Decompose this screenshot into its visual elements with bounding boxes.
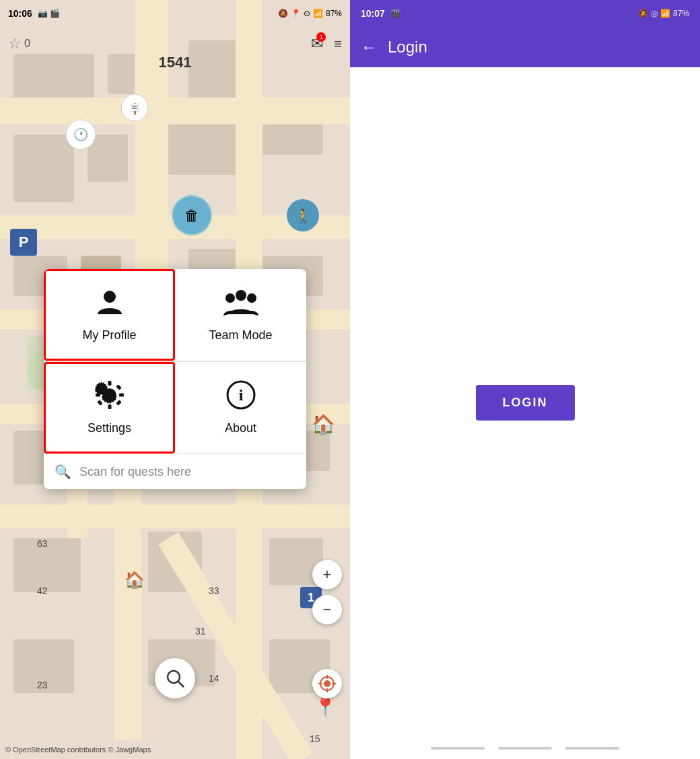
svg-point-52 bbox=[225, 293, 235, 303]
mail-badge: 1 bbox=[316, 32, 326, 42]
popup-grid-row2: Settings i About bbox=[44, 361, 306, 454]
settings-item[interactable]: Settings bbox=[44, 362, 175, 454]
svg-text:🗑: 🗑 bbox=[184, 207, 199, 224]
svg-point-69 bbox=[324, 680, 330, 687]
nav-indicator-2 bbox=[498, 747, 552, 750]
wireless-icon: ⊙ bbox=[304, 9, 310, 18]
my-profile-label: My Profile bbox=[82, 328, 136, 342]
cam-icon-right: 🎬 bbox=[390, 9, 400, 18]
bottom-nav bbox=[350, 737, 700, 759]
login-content: LOGIN bbox=[350, 67, 700, 737]
search-fab[interactable] bbox=[155, 658, 195, 698]
map-id: 1541 bbox=[159, 54, 192, 71]
svg-rect-58 bbox=[108, 404, 111, 409]
mute-icon: 🔕 bbox=[278, 9, 288, 18]
svg-rect-62 bbox=[116, 400, 121, 405]
svg-rect-21 bbox=[0, 505, 350, 528]
svg-point-53 bbox=[247, 293, 256, 303]
svg-line-68 bbox=[178, 681, 184, 687]
mail-button[interactable]: ✉ 1 bbox=[311, 35, 323, 52]
svg-text:P: P bbox=[19, 233, 29, 250]
svg-text:🚶: 🚶 bbox=[295, 208, 312, 224]
svg-text:🪧: 🪧 bbox=[128, 102, 141, 115]
left-panel: 🕐 P 🗑 🚶 🪧 🏠 🏠 📍 63 42 33 31 23 14 15 bbox=[0, 0, 350, 759]
about-label: About bbox=[225, 421, 256, 435]
svg-point-51 bbox=[236, 290, 246, 301]
map-controls: + − bbox=[312, 560, 342, 624]
location-icon-status: 📍 bbox=[291, 9, 301, 18]
mute-icon-right: 🔕 bbox=[638, 9, 648, 18]
map-label-63: 63 bbox=[37, 538, 48, 549]
time-left: 10:06 bbox=[8, 8, 32, 19]
svg-rect-8 bbox=[0, 98, 350, 124]
svg-point-56 bbox=[106, 392, 113, 398]
map-label-15: 15 bbox=[310, 733, 320, 744]
svg-rect-59 bbox=[96, 394, 100, 397]
map-label-14: 14 bbox=[209, 673, 219, 684]
team-mode-icon bbox=[223, 287, 258, 323]
signal-icon-right: 📶 bbox=[660, 9, 670, 18]
status-bar-right: 10:07 🎬 🔕 ◎ 📶 87% bbox=[350, 0, 700, 27]
map-label-23: 23 bbox=[37, 680, 48, 690]
status-bar-left: 10:06 📷 🎬 🔕 📍 ⊙ 📶 87% bbox=[0, 0, 350, 27]
quest-search[interactable]: 🔍 Scan for quests here bbox=[44, 454, 306, 489]
settings-icon bbox=[95, 380, 125, 416]
map-label-33: 33 bbox=[209, 585, 219, 596]
settings-label: Settings bbox=[88, 421, 131, 435]
location-button[interactable] bbox=[312, 669, 342, 698]
search-placeholder: Scan for quests here bbox=[79, 465, 191, 479]
map-label-31: 31 bbox=[195, 626, 206, 637]
signal-icon: 📶 bbox=[313, 9, 323, 18]
about-icon: i bbox=[226, 380, 256, 416]
nav-indicator-3 bbox=[565, 747, 619, 750]
svg-rect-63 bbox=[97, 400, 102, 405]
nav-indicator-1 bbox=[431, 747, 485, 750]
wifi-icon-right: ◎ bbox=[651, 9, 658, 18]
svg-text:🏠: 🏠 bbox=[125, 570, 145, 589]
media-icons-left: 📷 🎬 bbox=[38, 9, 60, 18]
battery-left: 87% bbox=[326, 9, 342, 18]
my-profile-item[interactable]: My Profile bbox=[44, 269, 175, 361]
about-item[interactable]: i About bbox=[175, 362, 306, 454]
search-icon: 🔍 bbox=[55, 464, 71, 480]
status-right-left: 🔕 📍 ⊙ 📶 87% bbox=[278, 9, 342, 18]
svg-point-50 bbox=[104, 291, 116, 303]
my-profile-icon bbox=[95, 287, 125, 323]
top-bar-left: ☆ 0 1541 ✉ 1 ≡ bbox=[0, 27, 350, 61]
time-right: 10:07 bbox=[361, 8, 385, 19]
status-icons-right: 🔕 ◎ 📶 87% bbox=[638, 9, 689, 18]
map-copyright: © OpenStreetMap contributors © JawgMaps bbox=[5, 746, 151, 754]
login-button[interactable]: LOGIN bbox=[476, 385, 575, 421]
battery-right: 87% bbox=[673, 9, 689, 18]
screen-title: Login bbox=[388, 38, 427, 57]
zoom-in-button[interactable]: + bbox=[312, 560, 342, 589]
menu-button[interactable]: ≡ bbox=[334, 36, 342, 52]
back-button[interactable]: ← bbox=[361, 38, 377, 57]
svg-text:i: i bbox=[238, 386, 243, 404]
svg-rect-57 bbox=[108, 381, 111, 386]
svg-text:🏠: 🏠 bbox=[312, 413, 335, 435]
app-bar-right: ← Login bbox=[350, 27, 700, 67]
svg-rect-60 bbox=[119, 394, 124, 397]
team-mode-item[interactable]: Team Mode bbox=[175, 269, 306, 361]
count-badge: 0 bbox=[24, 38, 30, 50]
map-label-42: 42 bbox=[37, 585, 48, 596]
popup-menu: My Profile Team Mode bbox=[44, 269, 306, 489]
svg-text:🕐: 🕐 bbox=[73, 127, 89, 142]
right-panel: 10:07 🎬 🔕 ◎ 📶 87% ← Login LOGIN bbox=[350, 0, 700, 759]
star-button[interactable]: ☆ bbox=[8, 35, 22, 52]
svg-rect-4 bbox=[13, 135, 74, 202]
zoom-out-button[interactable]: − bbox=[312, 595, 342, 624]
svg-text:📍: 📍 bbox=[314, 696, 337, 718]
svg-rect-64 bbox=[116, 384, 121, 390]
team-mode-label: Team Mode bbox=[209, 328, 272, 342]
popup-grid: My Profile Team Mode bbox=[44, 269, 306, 361]
